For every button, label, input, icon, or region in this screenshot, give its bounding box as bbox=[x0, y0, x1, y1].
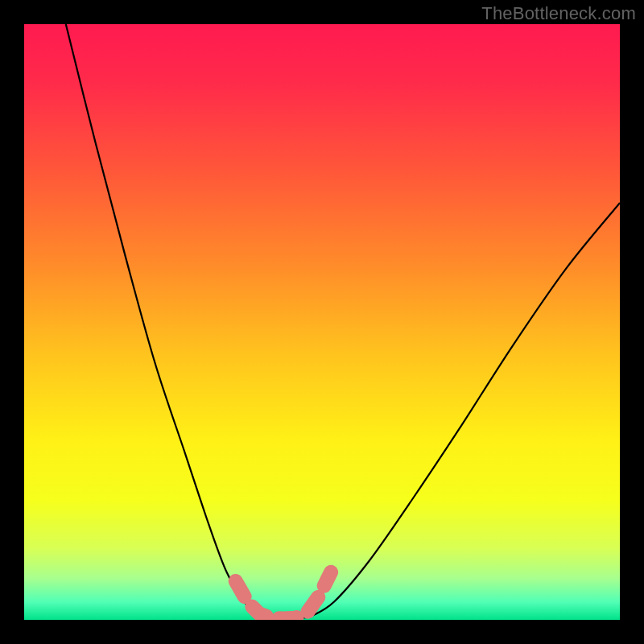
chart-stage: TheBottleneck.com bbox=[0, 0, 644, 644]
curve-layer bbox=[24, 24, 620, 620]
watermark-text: TheBottleneck.com bbox=[481, 3, 636, 24]
plot-area bbox=[24, 24, 620, 620]
left-curve bbox=[66, 24, 257, 617]
right-curve bbox=[310, 203, 620, 617]
marker-strip bbox=[236, 572, 331, 619]
